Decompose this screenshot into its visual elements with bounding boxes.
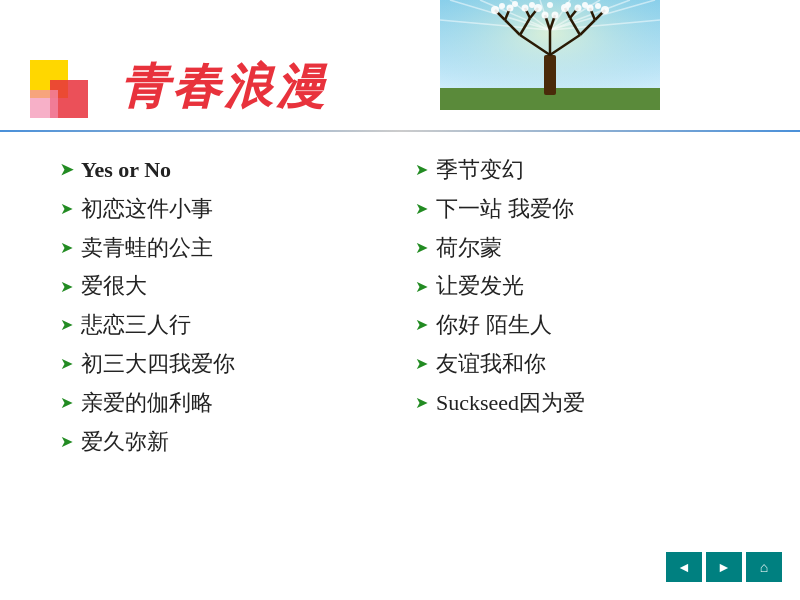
item-text: 让爱发光 — [436, 271, 524, 302]
list-item: ➤你好 陌生人 — [415, 310, 770, 341]
list-item: ➤爱很大 — [60, 271, 415, 302]
list-item: ➤荷尔蒙 — [415, 233, 770, 264]
item-text: 下一站 我爱你 — [436, 194, 574, 225]
item-text: 亲爱的伽利略 — [81, 388, 213, 419]
svg-point-44 — [547, 2, 553, 8]
item-text: 爱久弥新 — [81, 427, 169, 458]
svg-point-36 — [552, 12, 559, 19]
divider — [0, 130, 800, 132]
left-column: ➤Yes or No➤初恋这件小事➤卖青蛙的公主➤爱很大➤悲恋三人行➤初三大四我… — [60, 155, 415, 590]
list-item: ➤初恋这件小事 — [60, 194, 415, 225]
svg-point-40 — [601, 6, 609, 14]
list-item: ➤卖青蛙的公主 — [60, 233, 415, 264]
item-text: 友谊我和你 — [436, 349, 546, 380]
item-text: 初三大四我爱你 — [81, 349, 235, 380]
item-text: Suckseed因为爱 — [436, 388, 585, 419]
item-text: 悲恋三人行 — [81, 310, 191, 341]
list-item: ➤让爱发光 — [415, 271, 770, 302]
pink-square — [30, 90, 58, 118]
item-text: 爱很大 — [81, 271, 147, 302]
svg-point-45 — [565, 2, 571, 8]
arrow-icon: ➤ — [415, 159, 428, 181]
item-text: 荷尔蒙 — [436, 233, 502, 264]
svg-point-41 — [499, 3, 505, 9]
list-item: ➤悲恋三人行 — [60, 310, 415, 341]
navigation-buttons: ◄ ► ⌂ — [666, 552, 782, 582]
svg-point-31 — [491, 6, 499, 14]
item-text: Yes or No — [81, 155, 171, 186]
svg-point-34 — [534, 4, 542, 12]
list-item: ➤Suckseed因为爱 — [415, 388, 770, 419]
arrow-icon: ➤ — [60, 198, 73, 220]
content-area: ➤Yes or No➤初恋这件小事➤卖青蛙的公主➤爱很大➤悲恋三人行➤初三大四我… — [0, 145, 800, 600]
arrow-icon: ➤ — [415, 276, 428, 298]
list-item: ➤季节变幻 — [415, 155, 770, 186]
arrow-icon: ➤ — [60, 314, 73, 336]
arrow-icon: ➤ — [60, 431, 73, 453]
svg-point-38 — [575, 5, 582, 12]
right-column: ➤季节变幻➤下一站 我爱你➤荷尔蒙➤让爱发光➤你好 陌生人➤友谊我和你➤Suck… — [415, 155, 770, 590]
tree-image — [440, 0, 660, 110]
next-button[interactable]: ► — [706, 552, 742, 582]
home-button[interactable]: ⌂ — [746, 552, 782, 582]
list-item: ➤亲爱的伽利略 — [60, 388, 415, 419]
list-item: ➤下一站 我爱你 — [415, 194, 770, 225]
svg-point-35 — [542, 12, 549, 19]
decorative-squares — [30, 60, 110, 130]
page-title: 青春浪漫 — [120, 55, 328, 119]
prev-button[interactable]: ◄ — [666, 552, 702, 582]
arrow-icon: ➤ — [60, 237, 73, 259]
list-item: ➤爱久弥新 — [60, 427, 415, 458]
arrow-icon: ➤ — [415, 353, 428, 375]
svg-point-47 — [595, 3, 601, 9]
arrow-icon: ➤ — [60, 353, 73, 375]
arrow-icon: ➤ — [60, 159, 73, 181]
item-text: 季节变幻 — [436, 155, 524, 186]
arrow-icon: ➤ — [60, 392, 73, 414]
list-item: ➤初三大四我爱你 — [60, 349, 415, 380]
svg-rect-13 — [544, 55, 556, 95]
item-text: 你好 陌生人 — [436, 310, 552, 341]
list-item: ➤友谊我和你 — [415, 349, 770, 380]
svg-point-42 — [512, 1, 518, 7]
header: 青春浪漫 — [0, 0, 800, 130]
list-item: ➤Yes or No — [60, 155, 415, 186]
arrow-icon: ➤ — [60, 276, 73, 298]
svg-point-43 — [529, 2, 535, 8]
svg-point-46 — [582, 2, 588, 8]
arrow-icon: ➤ — [415, 237, 428, 259]
arrow-icon: ➤ — [415, 392, 428, 414]
svg-point-33 — [522, 5, 529, 12]
item-text: 卖青蛙的公主 — [81, 233, 213, 264]
arrow-icon: ➤ — [415, 198, 428, 220]
arrow-icon: ➤ — [415, 314, 428, 336]
item-text: 初恋这件小事 — [81, 194, 213, 225]
